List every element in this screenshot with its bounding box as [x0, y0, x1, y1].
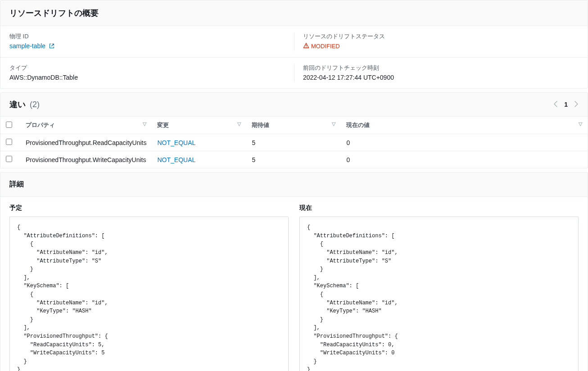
external-link-icon — [49, 43, 54, 50]
overview-panel: リソースドリフトの概要 物理 ID sample-table — [0, 0, 588, 89]
last-check-label: 前回のドリフトチェック時刻 — [303, 64, 579, 72]
table-row: ProvisionedThroughput.ReadCapacityUnits … — [0, 134, 588, 151]
expected-column: 予定 { "AttributeDefinitions": [ { "Attrib… — [9, 204, 289, 371]
last-check-value: 2022-04-12 17:27:44 UTC+0900 — [303, 74, 579, 81]
page-next-button[interactable] — [574, 101, 579, 109]
table-header-row: プロパティ ▽ 変更 ▽ 期待値 ▽ 現在の値 ▽ — [0, 117, 588, 134]
expected-json: { "AttributeDefinitions": [ { "Attribute… — [9, 217, 289, 371]
resource-type-value: AWS::DynamoDB::Table — [9, 74, 285, 81]
details-panel: 詳細 予定 { "AttributeDefinitions": [ { "Att… — [0, 172, 588, 371]
select-all-checkbox[interactable] — [6, 122, 12, 128]
sort-icon: ▽ — [579, 121, 582, 127]
resource-type-label: タイプ — [9, 64, 285, 72]
differences-table: プロパティ ▽ 変更 ▽ 期待値 ▽ 現在の値 ▽ — [0, 117, 588, 168]
differences-title-text: 違い — [9, 100, 26, 109]
warning-icon — [303, 42, 309, 50]
column-current[interactable]: 現在の値 ▽ — [341, 117, 588, 134]
physical-id-label: 物理 ID — [9, 32, 285, 41]
column-expected[interactable]: 期待値 ▽ — [246, 117, 341, 134]
cell-change-link[interactable]: NOT_EQUAL — [157, 156, 195, 163]
drift-status-field: リソースのドリフトステータス MODIFIED — [294, 26, 588, 57]
cell-expected: 5 — [246, 134, 341, 151]
drift-status-label: リソースのドリフトステータス — [303, 32, 579, 41]
column-current-label: 現在の値 — [346, 122, 370, 128]
details-title: 詳細 — [0, 172, 588, 197]
differences-title: 違い (2) — [9, 99, 40, 110]
resource-type-field: タイプ AWS::DynamoDB::Table — [0, 58, 294, 88]
drift-status-value: MODIFIED — [311, 43, 340, 50]
expected-title: 予定 — [9, 204, 289, 212]
differences-panel: 違い (2) 1 プロパティ ▽ 変更 ▽ — [0, 92, 588, 168]
physical-id-link[interactable]: sample-table — [9, 42, 54, 50]
sort-icon: ▽ — [143, 121, 146, 127]
status-badge: MODIFIED — [303, 42, 340, 50]
cell-property: ProvisionedThroughput.WriteCapacityUnits — [20, 151, 152, 168]
row-checkbox[interactable] — [6, 139, 12, 145]
page-prev-button[interactable] — [553, 101, 558, 109]
column-expected-label: 期待値 — [252, 122, 269, 128]
overview-title: リソースドリフトの概要 — [0, 0, 588, 26]
column-change[interactable]: 変更 ▽ — [152, 117, 246, 134]
chevron-left-icon — [553, 101, 558, 107]
physical-id-value: sample-table — [9, 42, 45, 50]
cell-current: 0 — [341, 151, 588, 168]
column-property-label: プロパティ — [26, 122, 55, 128]
current-column: 現在 { "AttributeDefinitions": [ { "Attrib… — [299, 204, 579, 371]
last-check-field: 前回のドリフトチェック時刻 2022-04-12 17:27:44 UTC+09… — [294, 58, 588, 88]
chevron-right-icon — [574, 101, 579, 107]
page-current: 1 — [564, 101, 568, 108]
differences-count: (2) — [30, 100, 40, 109]
cell-expected: 5 — [246, 151, 341, 168]
current-json: { "AttributeDefinitions": [ { "Attribute… — [299, 217, 579, 371]
pagination: 1 — [553, 101, 579, 109]
current-title: 現在 — [299, 204, 579, 212]
cell-current: 0 — [341, 134, 588, 151]
cell-change-link[interactable]: NOT_EQUAL — [157, 139, 195, 146]
column-property[interactable]: プロパティ ▽ — [20, 117, 152, 134]
cell-property: ProvisionedThroughput.ReadCapacityUnits — [20, 134, 152, 151]
row-checkbox[interactable] — [6, 156, 12, 162]
sort-icon: ▽ — [332, 121, 335, 127]
svg-point-0 — [306, 47, 306, 47]
table-row: ProvisionedThroughput.WriteCapacityUnits… — [0, 151, 588, 168]
sort-icon: ▽ — [237, 121, 241, 127]
column-change-label: 変更 — [157, 122, 169, 128]
physical-id-field: 物理 ID sample-table — [0, 26, 294, 57]
